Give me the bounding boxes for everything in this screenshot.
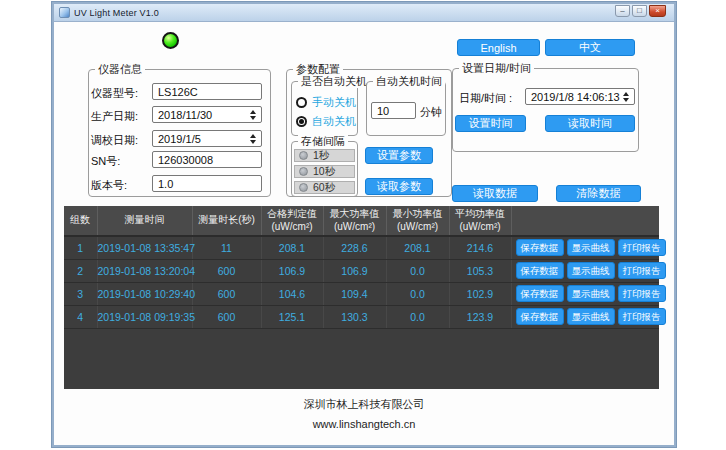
clear-data-button[interactable]: 清除数据 <box>556 185 641 202</box>
minimize-icon: – <box>620 7 624 15</box>
cell: 600 <box>192 305 261 328</box>
print-report-button[interactable]: 打印报告 <box>618 262 666 279</box>
table-row: 1 2019-01-08 13:35:47 11 208.1 228.6 208… <box>64 236 659 259</box>
cell: 600 <box>192 259 261 282</box>
table-header-row: 组数 测量时间 测量时长(秒) 合格判定值(uW/cm²) 最大功率值(uW/c… <box>64 206 659 236</box>
cell: 123.9 <box>449 305 511 328</box>
close-button[interactable]: × <box>649 5 666 17</box>
save-data-button[interactable]: 保存数据 <box>516 239 564 256</box>
spinner-arrows-icon[interactable] <box>248 107 258 122</box>
maximize-icon: □ <box>637 7 642 15</box>
maximize-button[interactable]: □ <box>632 5 647 17</box>
radio-manual-off[interactable]: 手动关机 <box>296 95 356 110</box>
radio-interval-1s[interactable]: 1秒 <box>294 149 355 162</box>
cell: 600 <box>192 282 261 305</box>
caption-buttons: – □ × <box>615 5 666 17</box>
read-time-button[interactable]: 读取时间 <box>545 115 635 132</box>
cell: 11 <box>192 236 261 259</box>
cell: 2 <box>64 259 97 282</box>
cell: 130.3 <box>323 305 386 328</box>
cell: 102.9 <box>449 282 511 305</box>
show-curve-button[interactable]: 显示曲线 <box>567 285 615 302</box>
desktop: UV Light Meter V1.0 – □ × English 中文 仪器信… <box>0 0 726 450</box>
sn-label: SN号: <box>91 154 120 169</box>
cell: 106.9 <box>261 259 323 282</box>
device-info-title: 仪器信息 <box>95 63 145 76</box>
print-report-button[interactable]: 打印报告 <box>618 285 666 302</box>
cell: 2019-01-08 10:29:40 <box>97 282 192 305</box>
show-curve-button[interactable]: 显示曲线 <box>567 239 615 256</box>
datetime-title: 设置日期/时间 <box>459 62 534 75</box>
auto-off-title: 是否自动关机 <box>298 75 370 88</box>
title-bar[interactable]: UV Light Meter V1.0 – □ × <box>54 4 674 22</box>
save-data-button[interactable]: 保存数据 <box>516 285 564 302</box>
datetime-label: 日期/时间 : <box>459 91 512 106</box>
cell: 208.1 <box>261 236 323 259</box>
cell: 214.6 <box>449 236 511 259</box>
cell: 228.6 <box>323 236 386 259</box>
print-report-button[interactable]: 打印报告 <box>618 308 666 325</box>
app-icon <box>59 7 70 18</box>
radio-checked-icon[interactable] <box>296 116 307 127</box>
version-label: 版本号: <box>91 178 127 193</box>
radio-disabled-icon <box>299 183 308 192</box>
cell: 104.6 <box>261 282 323 305</box>
radio-unchecked-icon[interactable] <box>296 97 307 108</box>
cell: 0.0 <box>386 282 449 305</box>
col-header-min-power: 最小功率值(uW/cm²) <box>386 206 449 236</box>
website-link[interactable]: www.linshangtech.cn <box>54 418 674 430</box>
read-data-button[interactable]: 读取数据 <box>452 185 538 202</box>
row-actions: 保存数据显示曲线打印报告 <box>511 305 659 328</box>
cell: 125.1 <box>261 305 323 328</box>
status-led-icon <box>162 32 179 49</box>
sn-input[interactable]: 126030008 <box>152 151 262 168</box>
table-row: 3 2019-01-08 10:29:40 600 104.6 109.4 0.… <box>64 282 659 305</box>
cell: 105.3 <box>449 259 511 282</box>
table-row: 2 2019-01-08 13:20:04 600 106.9 106.9 0.… <box>64 259 659 282</box>
radio-disabled-icon <box>299 151 308 160</box>
set-params-button[interactable]: 设置参数 <box>365 147 433 164</box>
production-date-label: 生产日期: <box>91 109 138 124</box>
production-date-spinner[interactable]: 2018/11/30 <box>152 106 262 123</box>
english-button[interactable]: English <box>457 39 540 56</box>
calibration-date-spinner[interactable]: 2019/1/5 <box>152 130 262 147</box>
col-header-duration: 测量时长(秒) <box>192 206 261 236</box>
cell: 208.1 <box>386 236 449 259</box>
save-data-button[interactable]: 保存数据 <box>516 262 564 279</box>
show-curve-button[interactable]: 显示曲线 <box>567 262 615 279</box>
auto-off-time-input[interactable]: 10 <box>371 102 416 119</box>
col-header-time: 测量时间 <box>97 206 192 236</box>
read-params-button[interactable]: 读取参数 <box>365 178 433 195</box>
calibration-date-label: 调校日期: <box>91 133 138 148</box>
table-row: 4 2019-01-08 09:19:35 600 125.1 130.3 0.… <box>64 305 659 328</box>
col-header-actions <box>511 206 659 236</box>
spinner-arrows-icon[interactable] <box>621 89 631 104</box>
storage-interval-title: 存储间隔 <box>298 135 348 148</box>
print-report-button[interactable]: 打印报告 <box>618 239 666 256</box>
row-actions: 保存数据显示曲线打印报告 <box>511 236 659 259</box>
cell: 4 <box>64 305 97 328</box>
auto-off-time-title: 自动关机时间 <box>373 75 445 88</box>
minimize-button[interactable]: – <box>615 5 630 17</box>
radio-disabled-icon <box>299 167 308 176</box>
model-input[interactable]: LS126C <box>152 83 262 100</box>
cell: 109.4 <box>323 282 386 305</box>
client-area: English 中文 仪器信息 仪器型号: LS126C 生产日期: 2018/… <box>54 22 674 445</box>
show-curve-button[interactable]: 显示曲线 <box>567 308 615 325</box>
version-input[interactable]: 1.0 <box>152 175 262 192</box>
radio-auto-off[interactable]: 自动关机 <box>296 114 356 129</box>
cell: 2019-01-08 13:20:04 <box>97 259 192 282</box>
set-time-button[interactable]: 设置时间 <box>455 115 526 132</box>
datetime-spinner[interactable]: 2019/1/8 14:06:13 <box>525 88 635 105</box>
chinese-button[interactable]: 中文 <box>545 39 635 56</box>
spinner-arrows-icon[interactable] <box>248 131 258 146</box>
window-title: UV Light Meter V1.0 <box>74 8 159 18</box>
col-header-group: 组数 <box>64 206 97 236</box>
row-actions: 保存数据显示曲线打印报告 <box>511 282 659 305</box>
close-icon: × <box>655 7 660 15</box>
save-data-button[interactable]: 保存数据 <box>516 308 564 325</box>
minutes-label: 分钟 <box>420 105 442 120</box>
radio-interval-60s[interactable]: 60秒 <box>294 181 355 194</box>
radio-interval-10s[interactable]: 10秒 <box>294 165 355 178</box>
data-table: 组数 测量时间 测量时长(秒) 合格判定值(uW/cm²) 最大功率值(uW/c… <box>64 206 659 389</box>
